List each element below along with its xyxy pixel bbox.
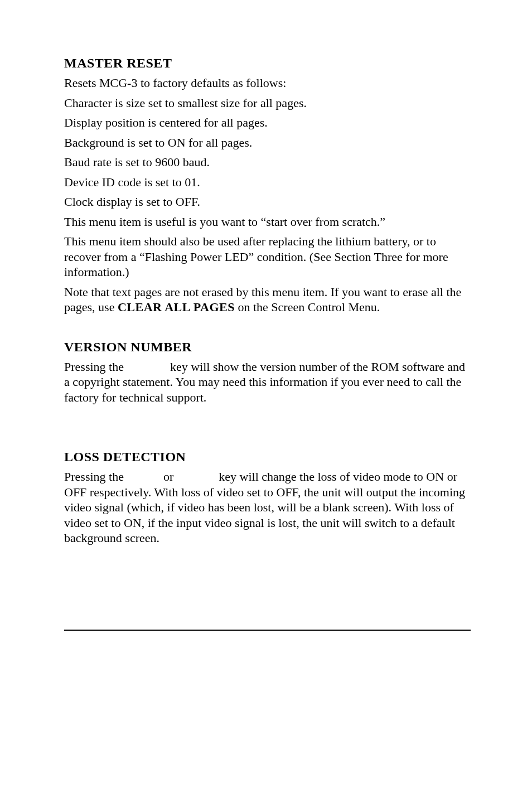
body-text: This menu item is useful is you want to … xyxy=(64,214,471,230)
body-text: Clock display is set to OFF. xyxy=(64,194,471,210)
section-version-number: VERSION NUMBER Pressing the key will sho… xyxy=(64,340,471,405)
text-run: on the Screen Control Menu. xyxy=(235,300,380,314)
body-text: This menu item should also be used after… xyxy=(64,234,471,280)
body-text: Device ID code is set to 01. xyxy=(64,175,471,190)
text-run: Pressing the xyxy=(64,470,127,483)
text-run: Pressing the xyxy=(64,360,127,374)
text-run: or xyxy=(160,470,176,483)
body-text: Background is set to ON for all pages. xyxy=(64,135,471,151)
body-text: Pressing the key will show the version n… xyxy=(64,359,471,405)
body-text: Pressing the or key will change the loss… xyxy=(64,469,471,546)
body-text: Baud rate is set to 9600 baud. xyxy=(64,154,471,170)
command-clear-all-pages: CLEAR ALL PAGES xyxy=(118,300,235,314)
heading-master-reset: MASTER RESET xyxy=(64,56,471,71)
section-loss-detection: LOSS DETECTION Pressing the or key will … xyxy=(64,449,471,546)
footer-rule xyxy=(64,630,471,631)
body-text: Note that text pages are not erased by t… xyxy=(64,284,471,315)
heading-version-number: VERSION NUMBER xyxy=(64,340,471,355)
body-text: Display position is centered for all pag… xyxy=(64,115,471,130)
heading-loss-detection: LOSS DETECTION xyxy=(64,449,471,465)
body-text: Resets MCG-3 to factory defaults as foll… xyxy=(64,75,471,91)
section-master-reset: MASTER RESET Resets MCG-3 to factory def… xyxy=(64,56,471,315)
body-text: Character is size set to smallest size f… xyxy=(64,95,471,111)
page-content: MASTER RESET Resets MCG-3 to factory def… xyxy=(0,0,532,631)
